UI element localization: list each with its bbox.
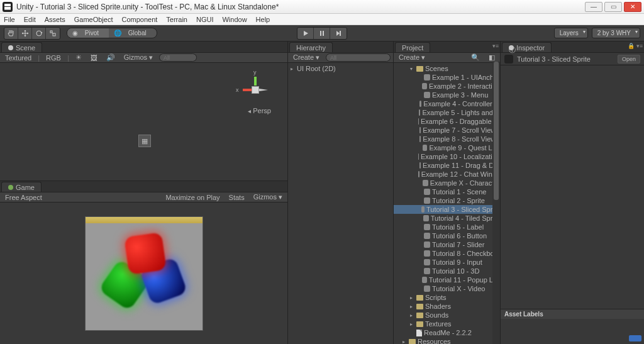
rotate-tool-button[interactable] [32,28,46,39]
menu-assets[interactable]: Assets [45,16,65,23]
project-item[interactable]: ▾Scenes [394,64,500,73]
project-item[interactable]: Tutorial 6 - Button [394,231,500,240]
handle-position-toggle[interactable]: ◉ Pivot 🌐 Global [67,28,157,38]
project-item[interactable]: Example 8 - Scroll View ( [394,135,500,143]
project-item[interactable]: Tutorial 7 - Slider [394,240,500,249]
project-scrollbar[interactable] [492,62,500,344]
project-item[interactable]: Tutorial X - Video [394,284,500,293]
scale-tool-button[interactable] [46,28,60,39]
scene-draw-mode-dropdown[interactable]: Textured [3,54,34,62]
menu-terrain[interactable]: Terrain [166,16,187,23]
move-tool-button[interactable] [18,28,32,39]
lock-icon[interactable]: 🔒 ▾≡ [628,43,643,49]
project-item[interactable]: Tutorial 2 - Sprite [394,196,500,205]
project-item[interactable]: ▸Shaders [394,302,500,311]
project-item[interactable]: Example 10 - Localization [394,152,500,161]
scene-gizmos-dropdown[interactable]: Gizmos ▾ [121,53,155,62]
menu-edit[interactable]: Edit [24,16,36,23]
minimize-button[interactable]: — [585,2,602,12]
maximize-on-play-toggle[interactable]: Maximize on Play [163,194,222,201]
project-item[interactable]: Example 5 - Lights and R [394,108,500,117]
y-axis-icon[interactable] [254,77,257,86]
project-item[interactable]: Tutorial 3 - Sliced Sprite [394,205,500,214]
menu-ngui[interactable]: NGUI [196,16,214,23]
panel-options-button[interactable]: ▾≡ [492,43,499,49]
asset-labels-header[interactable]: Asset Labels [501,309,644,319]
orientation-gizmo[interactable]: y x [241,75,270,104]
project-item[interactable]: Tutorial 10 - 3D [394,267,500,275]
menu-help[interactable]: Help [256,16,270,23]
project-item[interactable]: Example 2 - Interaction [394,82,500,91]
svg-rect-3 [320,31,321,36]
project-item[interactable]: Example 1 - UIAnchor [394,73,500,82]
hand-tool-button[interactable] [4,28,18,39]
project-item[interactable]: Example 3 - Menu [394,91,500,99]
game-tab[interactable]: Game [1,182,42,192]
stats-toggle[interactable]: Stats [226,194,247,201]
close-button[interactable]: ✕ [624,2,641,12]
project-item[interactable]: ReadMe - 2.2.2 [394,328,500,337]
project-item[interactable]: Tutorial 8 - Checkbox [394,249,500,258]
projection-label[interactable]: ◂ Persp [248,107,271,114]
project-item-label: Example 10 - Localization [421,153,500,160]
project-filter-icon[interactable]: ◧ [486,53,497,62]
menu-gameobject[interactable]: GameObject [74,16,113,23]
open-asset-button[interactable]: Open [618,55,640,64]
folder-icon [409,339,416,345]
z-axis-icon[interactable] [259,89,268,91]
scene-search-input[interactable] [159,53,197,62]
project-item[interactable]: Example 6 - Draggable W [394,117,500,126]
project-item-label: Example X - Character [430,179,500,187]
scrollbar-thumb[interactable] [494,62,499,200]
project-item[interactable]: Example 4 - Controller In [394,99,500,108]
project-item[interactable]: Tutorial 11 - Popup List [394,275,500,284]
project-item[interactable]: ▸Sounds [394,311,500,319]
project-item[interactable]: Example 7 - Scroll View ( [394,126,500,135]
gizmo-cube-icon[interactable] [252,86,259,94]
aspect-dropdown[interactable]: Free Aspect [3,194,45,201]
menu-file[interactable]: File [4,16,15,23]
project-item[interactable]: ▸Textures [394,319,500,328]
project-item[interactable]: Example X - Character [394,179,500,187]
scene-fx-toggle[interactable]: 🔊 [104,53,118,62]
asset-label-add-icon[interactable] [629,335,641,341]
step-button[interactable] [330,28,347,39]
project-item[interactable]: Tutorial 9 - Input [394,258,500,267]
maximize-button[interactable]: ▭ [604,2,622,12]
inspector-tab[interactable]: ⓘInspector [502,42,552,52]
project-item[interactable]: Example 11 - Drag & Dro [394,161,500,170]
layers-dropdown[interactable]: Layers [554,28,588,38]
pause-button[interactable] [314,28,330,39]
scene-object-icon[interactable]: ▦ [138,135,151,147]
hierarchy-tab[interactable]: Hierarchy [289,42,333,52]
project-item[interactable]: Tutorial 5 - Label [394,223,500,231]
scene-viewport[interactable]: y x ◂ Persp ▦ [0,63,287,180]
unity-scene-icon [419,109,420,116]
hierarchy-create-dropdown[interactable]: Create ▾ [291,53,322,62]
project-item-label: Example 8 - Scroll View ( [423,135,500,143]
menu-window[interactable]: Window [222,16,247,23]
game-gizmos-dropdown[interactable]: Gizmos ▾ [251,193,285,201]
folder-icon [416,313,423,318]
project-item[interactable]: Example 12 - Chat Windo [394,170,500,179]
project-tab[interactable]: Project [395,42,430,52]
project-item[interactable]: Example 9 - Quest Log [394,143,500,152]
menu-component[interactable]: Component [121,16,157,23]
hierarchy-search-input[interactable] [326,53,391,62]
project-item[interactable]: ▸Scripts [394,293,500,302]
scene-render-mode-dropdown[interactable]: RGB [43,54,64,62]
project-item[interactable]: Tutorial 4 - Tiled Sprite [394,214,500,223]
project-item[interactable]: Tutorial 1 - Scene [394,187,500,196]
project-search-icon[interactable]: 🔍 [469,53,482,62]
project-item[interactable]: ▸Resources [394,337,500,344]
folder-icon [416,304,423,309]
layout-dropdown[interactable]: 2 by 3 WHY [592,28,640,38]
scene-audio-toggle[interactable]: 🖼 [88,54,100,62]
x-axis-icon[interactable] [243,89,252,91]
hierarchy-item[interactable]: ▸UI Root (2D) [288,64,393,73]
scene-icon [8,45,13,50]
scene-lighting-toggle[interactable]: ☀ [73,53,84,62]
scene-tab[interactable]: Scene [1,42,42,52]
play-button[interactable] [297,28,314,39]
project-create-dropdown[interactable]: Create ▾ [396,53,428,62]
